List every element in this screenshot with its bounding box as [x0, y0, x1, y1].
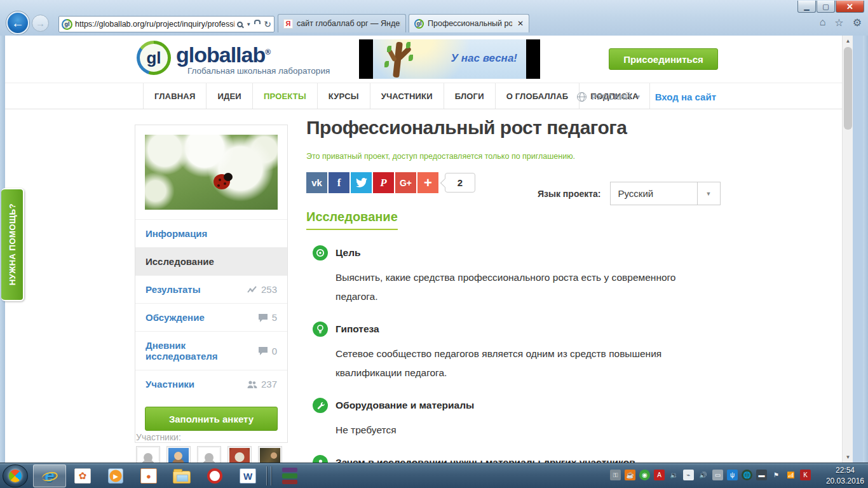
vertical-scrollbar[interactable]: ▲ ▼ — [842, 36, 853, 463]
scroll-up-icon[interactable]: ▲ — [843, 36, 853, 46]
network-green-icon[interactable]: ◉ — [639, 470, 650, 480]
window-frame-right — [863, 36, 868, 463]
page-viewport: globallab® Глобальная школьная лаборатор… — [5, 36, 853, 463]
scroll-down-icon[interactable]: ▼ — [843, 452, 853, 463]
site-header: globallab® Глобальная школьная лаборатор… — [5, 36, 853, 83]
nav-item-idei[interactable]: ИДЕИ — [207, 83, 252, 109]
taskbar-photo-viewer[interactable] — [66, 464, 99, 487]
java-icon[interactable]: ☕ — [625, 470, 635, 480]
browser-back-button[interactable]: ← — [6, 11, 29, 34]
url-text[interactable]: https://globallab.org/ru/project/inquiry… — [75, 20, 234, 29]
display-icon[interactable]: ▭ — [712, 470, 723, 480]
nav-item-o-globallab[interactable]: О ГЛОБАЛЛАБ — [496, 83, 580, 109]
search-icon[interactable] — [237, 22, 243, 27]
browser-tab-project[interactable]: Профессиональный рост ... ✕ — [409, 14, 529, 32]
scrollbar-thumb[interactable] — [844, 47, 852, 130]
system-tray: ⚿ ☕ ◉ A 🔉 ⌁ 🔊 ▭ ψ 🌐 ▬ ⚑ 📶 K — [610, 470, 811, 480]
taskbar-separator — [271, 466, 271, 485]
browser-tab-yandex[interactable]: Я сайт глобаллаб орг — Яндек... — [278, 14, 406, 32]
project-sidebar: Информация Исследование Результаты 253 О… — [135, 125, 288, 443]
research-item-hypothesis: Гипотеза Сетевое сообщество педагогов яв… — [313, 322, 733, 383]
speaker-icon[interactable]: 🔉 — [668, 470, 679, 480]
power-plug-icon[interactable]: ⌁ — [683, 470, 694, 480]
taskbar-powerpoint[interactable] — [132, 464, 165, 487]
share-plus-icon[interactable]: + — [417, 172, 438, 193]
join-button[interactable]: Присоединиться — [609, 48, 718, 70]
avatar[interactable] — [227, 446, 252, 463]
chevron-down-icon[interactable]: ▼ — [636, 94, 641, 100]
section-title-research: Исследование — [306, 210, 398, 230]
flag-action-center-icon[interactable]: ⚑ — [771, 470, 782, 480]
nav-item-blogi[interactable]: БЛОГИ — [444, 83, 496, 109]
antivirus-warning-icon[interactable]: K — [800, 470, 811, 480]
address-bar[interactable]: https://globallab.org/ru/project/inquiry… — [58, 16, 275, 32]
sidebar-item-diary[interactable]: Дневник исследователя 0 — [135, 331, 287, 370]
taskbar-separator — [266, 466, 267, 485]
site-language-selector[interactable]: РУССКИЙ — [592, 92, 631, 102]
globallab-logo[interactable]: globallab® Глобальная школьная лаборатор… — [137, 41, 330, 76]
spring-banner[interactable]: У нас весна! — [359, 39, 540, 79]
powerpoint-icon — [140, 468, 157, 484]
googleplus-icon[interactable]: G+ — [395, 172, 416, 193]
tree-icon — [393, 42, 403, 78]
pinterest-icon[interactable]: P — [373, 172, 394, 193]
need-help-tab[interactable]: НУЖНА ПОМОЩЬ? — [1, 188, 24, 301]
refresh-icon[interactable]: ↻ — [264, 19, 271, 29]
wireless-blue-icon[interactable]: ψ — [727, 470, 738, 480]
pdf-reader-icon[interactable]: A — [654, 470, 665, 480]
taskbar-clock[interactable]: 22:54 20.03.2016 — [826, 465, 864, 487]
wrench-icon — [313, 398, 328, 413]
taskbar-winrar[interactable] — [273, 464, 306, 487]
avatar[interactable] — [136, 446, 160, 463]
twitter-icon[interactable] — [351, 172, 372, 193]
signal-bars-icon[interactable]: 📶 — [785, 470, 796, 480]
winrar-icon — [282, 468, 297, 484]
avatar[interactable] — [166, 446, 191, 463]
window-controls: ▁ ▢ ✕ — [797, 1, 864, 13]
card-reader-icon[interactable]: ▬ — [756, 470, 767, 480]
taskbar-media-player[interactable] — [99, 464, 132, 487]
maximize-button[interactable]: ▢ — [817, 1, 835, 13]
sidebar-item-results[interactable]: Результаты 253 — [135, 275, 287, 303]
avatar[interactable] — [258, 446, 282, 463]
globallab-favicon-icon — [414, 19, 424, 29]
login-link[interactable]: Вход на сайт — [655, 92, 716, 102]
taskbar-opera[interactable] — [198, 464, 231, 487]
home-icon[interactable]: ⌂ — [820, 17, 826, 29]
nav-item-proekty[interactable]: ПРОЕКТЫ — [253, 83, 318, 109]
start-button[interactable] — [3, 464, 28, 487]
avatar[interactable] — [197, 446, 221, 463]
chevron-down-icon[interactable]: ▼ — [246, 22, 251, 27]
nav-item-glavnaya[interactable]: ГЛАВНАЯ — [143, 83, 207, 109]
project-language-select[interactable]: Русский ▼ — [610, 182, 721, 205]
tab-close-icon[interactable]: ✕ — [517, 19, 524, 28]
sidebar-item-participants[interactable]: Участники 237 — [135, 370, 287, 398]
globe-sync-icon[interactable]: 🌐 — [742, 470, 752, 480]
sidebar-item-information[interactable]: Информация — [135, 219, 287, 247]
star-icon[interactable]: ☆ — [834, 17, 843, 29]
opera-icon — [207, 468, 222, 484]
chart-icon — [247, 285, 257, 294]
chevron-down-icon[interactable]: ▼ — [697, 182, 720, 205]
fill-form-button[interactable]: Заполнить анкету — [145, 407, 278, 431]
taskbar-explorer[interactable] — [165, 464, 198, 487]
facebook-icon[interactable]: f — [329, 172, 349, 193]
close-button[interactable]: ✕ — [836, 1, 864, 13]
minimize-button[interactable]: ▁ — [797, 1, 816, 13]
volume-red-icon[interactable]: 🔊 — [698, 470, 709, 480]
ladybug-image — [214, 174, 230, 189]
gear-icon[interactable]: ⚙ — [853, 17, 862, 29]
usb-icon[interactable]: ⚿ — [610, 470, 621, 480]
vk-icon[interactable]: vk — [306, 172, 327, 193]
taskbar-word[interactable]: W — [231, 464, 264, 487]
browser-chrome: ▁ ▢ ✕ ← → https://globallab.org/ru/proje… — [0, 0, 868, 36]
nav-item-kursy[interactable]: КУРСЫ — [318, 83, 370, 109]
taskbar-internet-explorer[interactable]: e — [33, 464, 66, 487]
site-favicon-icon — [62, 19, 72, 30]
sidebar-item-research[interactable]: Исследование — [135, 247, 287, 275]
nav-item-uchastniki[interactable]: УЧАСТНИКИ — [370, 83, 444, 109]
browser-forward-button[interactable]: → — [32, 15, 49, 32]
logo-subtitle: Глобальная школьная лаборатория — [187, 66, 330, 76]
sidebar-item-discussion[interactable]: Обсуждение 5 — [135, 303, 287, 331]
windows-logo-icon — [6, 467, 24, 485]
